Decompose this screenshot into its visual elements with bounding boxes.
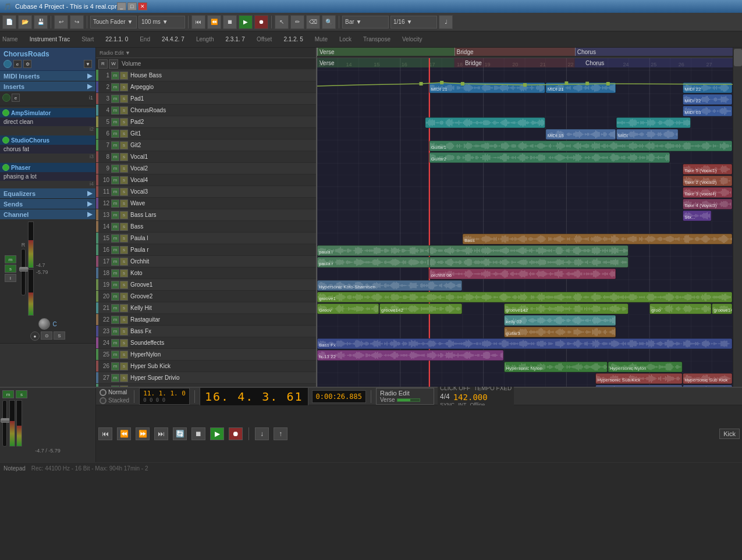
track-s-btn-3[interactable]: s	[120, 95, 128, 103]
snap-dropdown[interactable]: Bar ▼	[342, 16, 389, 28]
track-row-7[interactable]: 7 m s Git2	[96, 140, 316, 151]
pencil-tool[interactable]: ✏	[290, 15, 304, 29]
track-row-11[interactable]: 11 m s Vocal3	[96, 186, 316, 198]
track-row-17[interactable]: 17 m s Orchhit	[96, 256, 316, 267]
chorus-bypass-btn[interactable]	[2, 137, 9, 144]
track-row-10[interactable]: 10 m s Vocal4	[96, 174, 316, 186]
track-s-btn-9[interactable]: s	[120, 165, 128, 173]
rewind-btn[interactable]: ⏮	[98, 427, 112, 440]
track-s-btn-14[interactable]: s	[120, 223, 128, 231]
punch-out-btn[interactable]: ↑	[274, 427, 287, 440]
track-row-2[interactable]: 2 m s Arpeggio	[96, 81, 316, 93]
amp-bypass-btn[interactable]	[2, 109, 9, 116]
track-s-btn-18[interactable]: s	[120, 269, 128, 277]
track-row-26[interactable]: 26 m s Hyper Sub Kick	[96, 361, 316, 372]
rec-enable-btn[interactable]: ●	[30, 331, 40, 341]
save-button[interactable]: 💾	[34, 15, 48, 29]
track-m-btn-19[interactable]: m	[111, 281, 119, 289]
track-s-btn-25[interactable]: s	[120, 351, 128, 359]
monitor-btn[interactable]: ⊙	[41, 331, 52, 340]
track-m-btn-13[interactable]: m	[111, 211, 119, 219]
tl-fader-handle[interactable]	[1, 418, 10, 423]
channel-header[interactable]: Channel ▶	[0, 209, 95, 219]
track-m-btn-24[interactable]: m	[111, 339, 119, 347]
track-m-btn-21[interactable]: m	[111, 304, 119, 312]
track-m-btn-8[interactable]: m	[111, 153, 119, 161]
track-row-27[interactable]: 27 m s Hyper Super Drivio	[96, 372, 316, 384]
fast-back-button[interactable]: ⏪	[207, 15, 221, 29]
fader-handle[interactable]	[19, 267, 29, 272]
power-btn[interactable]	[3, 60, 12, 68]
stop-button[interactable]: ⏹	[223, 15, 237, 29]
track-m-btn-3[interactable]: m	[111, 95, 119, 103]
track-s-btn-13[interactable]: s	[120, 211, 128, 219]
track-m-btn-4[interactable]: m	[111, 106, 119, 115]
track-s-btn-24[interactable]: s	[120, 339, 128, 347]
track-s-btn-4[interactable]: s	[120, 106, 128, 115]
track-row-18[interactable]: 18 m s Koto	[96, 267, 316, 279]
minimize-button[interactable]: _	[117, 2, 126, 10]
track-row-21[interactable]: 21 m s Kelly Hit	[96, 302, 316, 314]
rewind-button[interactable]: ⏮	[191, 15, 205, 29]
track-m-btn-15[interactable]: m	[111, 234, 119, 242]
track-row-22[interactable]: 22 m s Rastaguitar	[96, 314, 316, 326]
snap-val-dropdown[interactable]: 1/16 ▼	[390, 16, 437, 28]
track-m-btn-7[interactable]: m	[111, 141, 119, 149]
sends-header[interactable]: Sends ▶	[0, 199, 95, 209]
track-s-btn-22[interactable]: s	[120, 316, 128, 324]
track-row-24[interactable]: 24 m s Soundeffects	[96, 337, 316, 349]
track-s-btn-23[interactable]: s	[120, 327, 128, 336]
inserts-edit[interactable]: e	[12, 94, 20, 102]
track-row-4[interactable]: 4 m s ChorusRoads	[96, 105, 316, 116]
track-row-5[interactable]: 5 m s Pad2	[96, 116, 316, 128]
tl-s-btn[interactable]: s	[16, 390, 27, 398]
W-btn[interactable]: W	[109, 59, 118, 69]
track-row-3[interactable]: 3 m s Pad1	[96, 93, 316, 105]
tl-fader-track[interactable]	[2, 400, 7, 447]
loop-btn[interactable]: 🔄	[173, 427, 187, 440]
track-s-btn-17[interactable]: s	[120, 258, 128, 266]
track-row-25[interactable]: 25 m s HyperNylon	[96, 349, 316, 361]
track-row-16[interactable]: 16 m s Paula r	[96, 244, 316, 256]
track-row-23[interactable]: 23 m s Bass Fx	[96, 326, 316, 337]
play-button[interactable]: ▶	[239, 15, 253, 29]
track-s-btn-6[interactable]: s	[120, 130, 128, 138]
track-m-btn-2[interactable]: m	[111, 83, 119, 91]
amp-simulator-header[interactable]: AmpSimulator	[0, 108, 95, 117]
track-s-btn-11[interactable]: s	[120, 188, 128, 196]
stop-t-btn[interactable]: ⏹	[191, 427, 205, 440]
inserts-header[interactable]: Inserts ▶	[0, 81, 95, 91]
bypass-btn[interactable]	[2, 94, 10, 102]
track-row-14[interactable]: 14 m s Bass	[96, 221, 316, 233]
track-m-btn-17[interactable]: m	[111, 258, 119, 266]
track-s-btn-26[interactable]: s	[120, 362, 128, 370]
track-s-btn-21[interactable]: s	[120, 304, 128, 312]
equalizers-header[interactable]: Equalizers ▶	[0, 188, 95, 198]
track-m-btn-22[interactable]: m	[111, 316, 119, 324]
track-m-btn-16[interactable]: m	[111, 246, 119, 254]
track-m-btn-10[interactable]: m	[111, 176, 119, 184]
track-s-btn-2[interactable]: s	[120, 83, 128, 91]
track-row-9[interactable]: 9 m s Vocal2	[96, 163, 316, 174]
fwd-btn[interactable]: ⏭	[154, 427, 168, 440]
track-m-btn-5[interactable]: m	[111, 118, 119, 126]
edit-btn[interactable]: e	[13, 60, 22, 68]
tl-m-btn[interactable]: m	[2, 390, 14, 398]
select-tool[interactable]: ↖	[275, 15, 289, 29]
fast-fwd-btn[interactable]: ⏩	[136, 427, 150, 440]
track-s-btn-28[interactable]: s	[120, 386, 128, 387]
R-btn[interactable]: R	[98, 59, 108, 69]
track-row-15[interactable]: 15 m s Paula l	[96, 233, 316, 244]
maximize-button[interactable]: □	[127, 2, 137, 10]
studio-chorus-header[interactable]: StudioChorus	[0, 135, 95, 145]
track-m-btn-23[interactable]: m	[111, 327, 119, 336]
normal-radio[interactable]	[100, 389, 106, 396]
track-m-btn-6[interactable]: m	[111, 130, 119, 138]
track-s-btn-12[interactable]: s	[120, 199, 128, 208]
arrow-down-icon[interactable]: ▼	[84, 60, 92, 68]
track-s-btn-27[interactable]: s	[120, 374, 128, 382]
track-m-btn-25[interactable]: m	[111, 351, 119, 359]
fader-track[interactable]	[21, 249, 26, 295]
track-s-btn-20[interactable]: s	[120, 293, 128, 301]
track-row-19[interactable]: 19 m s Groove1	[96, 279, 316, 291]
